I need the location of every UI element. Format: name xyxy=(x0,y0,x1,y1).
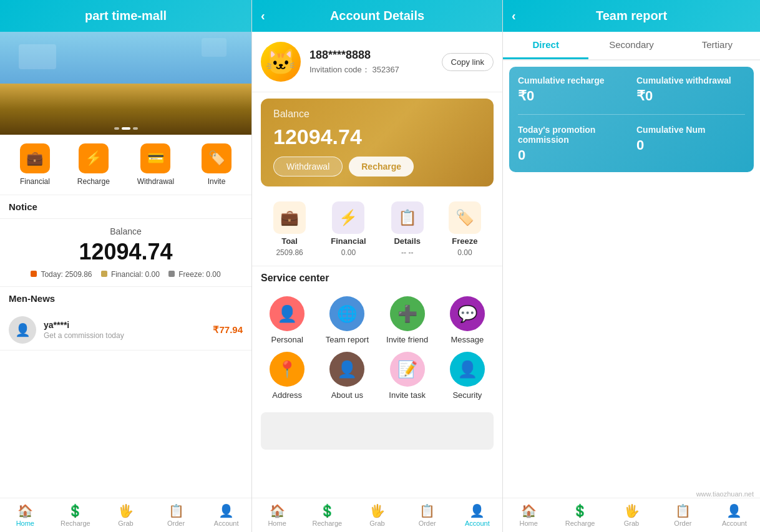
service-team-report[interactable]: 🌐 Team report xyxy=(321,296,373,344)
security-icon: 👤 xyxy=(450,352,485,387)
nav3-order[interactable]: 📋 Order xyxy=(657,498,708,532)
avatar-emoji: 🐱 xyxy=(265,47,296,77)
cum-withdrawal-value: ₹0 xyxy=(636,88,745,104)
men-news-label: Men-News xyxy=(0,287,251,310)
news-user: ya****i xyxy=(44,320,205,330)
service-about-us[interactable]: 👤 About us xyxy=(321,352,373,400)
service-invite-task[interactable]: 📝 Invite task xyxy=(381,352,434,400)
invite-icon: 🏷️ xyxy=(202,143,231,173)
nav2-account[interactable]: 👤 Account xyxy=(452,498,502,532)
panel-account: ‹ Account Details 🐱 188****8888 Invitati… xyxy=(251,0,503,532)
recharge-button[interactable]: Recharge xyxy=(349,157,414,177)
stat-toal[interactable]: 💼 Toal 2509.86 xyxy=(273,201,306,257)
team-report-header: ‹ Team report xyxy=(503,0,760,32)
team-bottom-nav: 🏠 Home 💲 Recharge 🖐️ Grab 📋 Order 👤 Acco… xyxy=(503,498,760,532)
service-personal[interactable]: 👤 Personal xyxy=(261,296,313,344)
tab-tertiary[interactable]: Tertiary xyxy=(675,32,760,59)
freeze-label: Freeze: xyxy=(178,270,204,279)
service-address[interactable]: 📍 Address xyxy=(261,352,313,400)
freeze-legend: Freeze: 0.00 xyxy=(168,270,221,279)
nav2-grab[interactable]: 🖐️ Grab xyxy=(352,498,402,532)
order2-nav-label: Order xyxy=(419,520,436,527)
freeze-stat-value: 0.00 xyxy=(457,248,472,257)
order-nav-icon: 📋 xyxy=(168,503,184,518)
stats-row: 💼 Toal 2509.86 ⚡ Financial 0.00 📋 Detail… xyxy=(252,193,502,266)
recharge2-nav-label: Recharge xyxy=(312,520,342,527)
cumulative-withdrawal-col: Cumulative withdrawal ₹0 xyxy=(636,75,745,104)
grab2-nav-icon: 🖐️ xyxy=(369,503,385,518)
stat-financial[interactable]: ⚡ Financial 0.00 xyxy=(331,201,366,257)
stat-freeze[interactable]: 🏷️ Freeze 0.00 xyxy=(449,201,481,257)
copy-link-button[interactable]: Copy link xyxy=(442,53,494,71)
nav3-grab[interactable]: 🖐️ Grab xyxy=(606,498,657,532)
invite-label: Invite xyxy=(208,177,226,186)
withdrawal-label: Withdrawal xyxy=(137,177,174,186)
dot-1 xyxy=(114,127,119,130)
home3-nav-icon: 🏠 xyxy=(521,503,537,518)
service-invite-friend[interactable]: ➕ Invite friend xyxy=(381,296,434,344)
invite-task-icon: 📝 xyxy=(390,352,425,387)
account-nav-label: Account xyxy=(214,520,239,527)
about-us-icon: 👤 xyxy=(329,352,364,387)
profile-section: 🐱 188****8888 Invitation code： 352367 Co… xyxy=(252,32,502,92)
cum-recharge-value: ₹0 xyxy=(518,88,626,104)
nav-recharge[interactable]: 💲 Recharge xyxy=(51,498,101,532)
home-nav-icon: 🏠 xyxy=(17,503,33,518)
home-title: part time-mall xyxy=(85,9,167,22)
financial-stat-value: 0.00 xyxy=(341,248,356,257)
team-report-label: Team report xyxy=(326,335,369,344)
nav-order[interactable]: 📋 Order xyxy=(151,498,202,532)
security-label: Security xyxy=(452,390,482,400)
grab-nav-label: Grab xyxy=(118,520,133,527)
balance-card-amount: 12094.74 xyxy=(273,125,481,149)
nav-account[interactable]: 👤 Account xyxy=(201,498,251,532)
banner-dots xyxy=(114,127,138,130)
stats-divider xyxy=(518,114,745,115)
home-bottom-nav: 🏠 Home 💲 Recharge 🖐️ Grab 📋 Order 👤 Acco… xyxy=(0,498,251,532)
tab-direct[interactable]: Direct xyxy=(503,32,588,59)
tab-secondary[interactable]: Secondary xyxy=(588,32,674,59)
grab3-nav-icon: 🖐️ xyxy=(624,503,640,518)
nav-home[interactable]: 🏠 Home xyxy=(0,498,51,532)
order3-nav-label: Order xyxy=(674,520,691,527)
message-label: Message xyxy=(451,335,484,344)
withdrawal-button[interactable]: Withdrawal xyxy=(273,157,343,177)
nav2-recharge[interactable]: 💲 Recharge xyxy=(302,498,352,532)
service-security[interactable]: 👤 Security xyxy=(441,352,494,400)
nav2-order[interactable]: 📋 Order xyxy=(402,498,452,532)
nav-grab[interactable]: 🖐️ Grab xyxy=(100,498,151,532)
nav3-home[interactable]: 🏠 Home xyxy=(503,498,554,532)
address-label: Address xyxy=(272,390,302,400)
toal-value: 2509.86 xyxy=(276,248,303,257)
home2-nav-label: Home xyxy=(268,520,286,527)
grab2-nav-label: Grab xyxy=(369,520,384,527)
back-button[interactable]: ‹ xyxy=(261,9,265,23)
toal-icon: 💼 xyxy=(273,201,306,234)
cumulative-num-col: Cumulative Num 0 xyxy=(636,125,745,163)
dot-3 xyxy=(133,127,138,130)
nav3-account[interactable]: 👤 Account xyxy=(709,498,760,532)
today-value: 2509.86 xyxy=(65,270,92,279)
banner-image xyxy=(0,32,251,135)
account2-nav-label: Account xyxy=(465,520,490,527)
panel-team-report: ‹ Team report Direct Secondary Tertiary … xyxy=(503,0,760,532)
home3-nav-label: Home xyxy=(520,520,538,527)
quick-financial[interactable]: 💼 Financial xyxy=(20,143,50,186)
team-report-icon: 🌐 xyxy=(329,296,364,331)
details-label: Details xyxy=(394,236,421,246)
grab3-nav-label: Grab xyxy=(624,520,639,527)
invite-friend-icon: ➕ xyxy=(390,296,425,331)
service-grid: 👤 Personal 🌐 Team report ➕ Invite friend… xyxy=(252,290,502,406)
nav2-home[interactable]: 🏠 Home xyxy=(252,498,302,532)
team-back-button[interactable]: ‹ xyxy=(512,9,516,23)
news-text: ya****i Get a commission today xyxy=(44,320,205,340)
quick-recharge[interactable]: ⚡ Recharge xyxy=(77,143,110,186)
quick-invite[interactable]: 🏷️ Invite xyxy=(202,143,231,186)
about-us-label: About us xyxy=(331,390,363,400)
stat-details[interactable]: 📋 Details -- -- xyxy=(391,201,424,257)
personal-icon: 👤 xyxy=(270,296,304,331)
service-message[interactable]: 💬 Message xyxy=(441,296,494,344)
financial-leg-label: Financial: xyxy=(111,270,143,279)
nav3-recharge[interactable]: 💲 Recharge xyxy=(554,498,605,532)
quick-withdrawal[interactable]: 💳 Withdrawal xyxy=(137,143,174,186)
